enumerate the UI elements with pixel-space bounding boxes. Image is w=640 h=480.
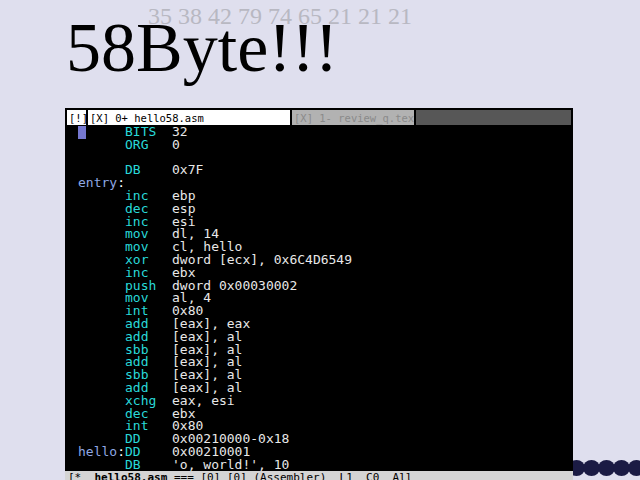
code-line: decesp — [78, 203, 352, 216]
editor-status-line: [* hello58.asm === [0] [0] (Assembler) L… — [65, 471, 573, 480]
tab-review-q-tex[interactable]: [X] 1- review_q.tex — [292, 110, 414, 125]
code-line: decebx — [78, 408, 352, 421]
code-line: ORG0 — [78, 139, 352, 152]
code-line: incebp — [78, 190, 352, 203]
status-filename: hello58.asm — [95, 471, 168, 480]
code-line — [78, 152, 352, 165]
presentation-slide: 35 38 42 79 74 65 21 21 21 58Byte!!! [!]… — [0, 0, 640, 480]
slide-title: 58Byte!!! — [66, 13, 338, 83]
code-line: BITS32 — [78, 126, 352, 139]
code-line: DB'o, world!', 10 — [78, 459, 352, 472]
tab-bar-filler — [416, 110, 571, 125]
code-line: xchgeax, esi — [78, 395, 352, 408]
status-prefix: [* — [68, 471, 95, 480]
window-tab-bar: [!] [X] 0+ hello58.asm [X] 1- review_q.t… — [65, 108, 573, 125]
status-suffix: === [0] [0] (Assembler) L1 C0 All — [167, 471, 412, 480]
editor-content[interactable]: BITS32ORG0 DB0x7Fentry:incebpdecespinces… — [65, 125, 573, 480]
nav-dot — [628, 460, 640, 476]
code-line: entry: — [78, 177, 352, 190]
code-line: pushdword 0x00030002 — [78, 280, 352, 293]
code-line: xordword [ecx], 0x6C4D6549 — [78, 254, 352, 267]
code-line: moval, 4 — [78, 292, 352, 305]
terminal-window: [!] [X] 0+ hello58.asm [X] 1- review_q.t… — [65, 108, 573, 480]
assembly-code: BITS32ORG0 DB0x7Fentry:incebpdecespinces… — [78, 126, 352, 472]
tab-hello58-asm[interactable]: [X] 0+ hello58.asm — [88, 110, 290, 125]
tab-alert-button[interactable]: [!] — [67, 110, 86, 125]
